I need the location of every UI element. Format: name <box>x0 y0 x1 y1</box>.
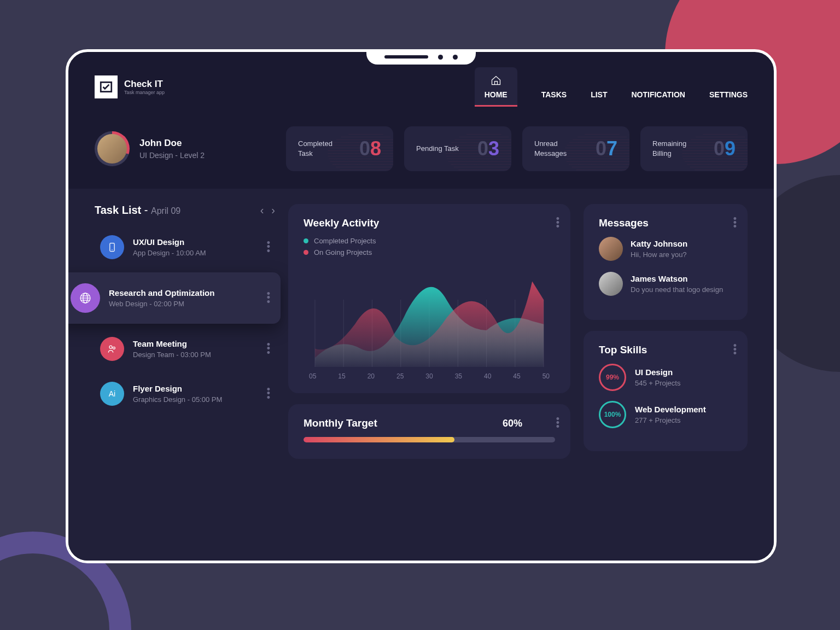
task-prev[interactable]: ‹ <box>260 204 264 217</box>
legend-item: On Going Projects <box>304 248 555 256</box>
message-text: Do you need that logo design <box>631 285 723 294</box>
profile-name: John Doe <box>139 138 205 149</box>
stat-card-2[interactable]: Unread Messages 07 <box>522 126 629 171</box>
message-name: Katty Johnson <box>631 239 687 248</box>
task-next[interactable]: › <box>271 204 275 217</box>
brand-tagline: Task manager app <box>124 90 165 95</box>
stat-label: Completed Task <box>298 139 342 159</box>
skill-item-0: 99% UI Design 545 + Projects <box>599 364 732 391</box>
axis-tick: 25 <box>396 372 404 380</box>
stat-label: Unread Messages <box>534 139 578 159</box>
axis-tick: 40 <box>484 372 491 380</box>
skill-item-1: 100% Web Development 277 + Projects <box>599 401 732 428</box>
axis-tick: 30 <box>425 372 433 380</box>
axis-tick: 05 <box>309 372 316 380</box>
skill-name: UI Design <box>635 368 680 377</box>
task-sub: Web Design - 02:00 PM <box>109 300 258 308</box>
skills-more-icon[interactable]: ••• <box>733 344 737 356</box>
weekly-more-icon[interactable]: ••• <box>556 217 559 229</box>
task-name: UX/UI Design <box>133 237 258 247</box>
globe-icon <box>71 283 100 313</box>
stat-card-3[interactable]: Remaining Billing 09 <box>640 126 748 171</box>
nav-tasks[interactable]: TASKS <box>541 90 567 107</box>
skill-ring: 99% <box>599 364 626 391</box>
task-name: Flyer Design <box>133 384 258 393</box>
skill-name: Web Development <box>635 405 706 414</box>
target-more-icon[interactable]: ••• <box>556 417 559 429</box>
chart-x-axis: 051520253035404550 <box>304 372 555 380</box>
task-more-icon[interactable]: ••• <box>267 241 270 253</box>
phone-icon <box>100 235 124 259</box>
target-progress <box>304 437 555 442</box>
nav-settings[interactable]: SETTINGS <box>709 90 748 107</box>
stat-card-1[interactable]: Pending Task 03 <box>404 126 511 171</box>
messages-more-icon[interactable]: ••• <box>733 217 737 229</box>
weekly-chart <box>304 263 555 367</box>
stat-label: Remaining Billing <box>652 139 696 159</box>
stat-label: Pending Task <box>416 144 459 154</box>
logo-check-icon <box>95 75 118 98</box>
avatar-progress-ring <box>95 131 130 166</box>
axis-tick: 50 <box>542 372 550 380</box>
profile-row: John Doe UI Design - Level 2 Completed T… <box>68 116 774 189</box>
task-item-3[interactable]: Ai Flyer Design Graphics Design - 05:00 … <box>95 374 275 413</box>
target-percent: 60% <box>503 418 522 429</box>
axis-tick: 45 <box>513 372 520 380</box>
task-list-title: Task List - April 09 <box>95 204 180 217</box>
nav-home[interactable]: HOME <box>475 67 517 107</box>
main-content: Task List - April 09 ‹ › UX/UI Design Ap… <box>68 189 774 563</box>
skill-sub: 277 + Projects <box>635 416 706 424</box>
avatar <box>97 134 127 164</box>
home-icon <box>491 75 501 86</box>
avatar <box>599 237 623 261</box>
team-icon <box>100 337 124 361</box>
skills-title: Top Skills <box>599 344 732 356</box>
logo[interactable]: Check IT Task manager app <box>95 75 165 98</box>
axis-tick: 15 <box>338 372 345 380</box>
nav-notification[interactable]: NOTIFICATION <box>631 90 685 107</box>
axis-tick: 20 <box>368 372 375 380</box>
messages-card: ••• Messages Katty Johnson Hii, How are … <box>584 204 748 320</box>
message-item-1[interactable]: James Watson Do you need that logo desig… <box>599 272 732 296</box>
task-item-1[interactable]: Research and Optimization Web Design - 0… <box>66 272 281 324</box>
svg-point-1 <box>112 249 113 250</box>
weekly-activity-card: ••• Weekly Activity Completed ProjectsOn… <box>288 204 570 393</box>
ai-icon: Ai <box>100 382 124 406</box>
message-item-0[interactable]: Katty Johnson Hii, How are you? <box>599 237 732 261</box>
svg-point-8 <box>113 347 115 349</box>
axis-tick: 35 <box>455 372 462 380</box>
task-item-2[interactable]: Team Meeting Design Team - 03:00 PM ••• <box>95 329 275 369</box>
task-sub: Graphics Design - 05:00 PM <box>133 395 258 404</box>
legend-item: Completed Projects <box>304 237 555 245</box>
skills-card: ••• Top Skills 99% UI Design 545 + Proje… <box>584 331 748 451</box>
stat-card-0[interactable]: Completed Task 08 <box>286 126 393 171</box>
svg-point-7 <box>109 346 112 348</box>
task-item-0[interactable]: UX/UI Design App Design - 10:00 AM ••• <box>95 228 275 267</box>
device-frame: Check IT Task manager app HOME TASKS LIS… <box>66 49 777 563</box>
task-name: Research and Optimization <box>109 288 258 298</box>
task-more-icon[interactable]: ••• <box>267 343 270 355</box>
stat-cards: Completed Task 08 Pending Task 03 Unread… <box>286 126 748 171</box>
skill-ring: 100% <box>599 401 626 428</box>
top-nav: HOME TASKS LIST NOTIFICATION SETTINGS <box>475 67 748 107</box>
profile[interactable]: John Doe UI Design - Level 2 <box>95 131 275 166</box>
message-name: James Watson <box>631 274 723 283</box>
task-sub: Design Team - 03:00 PM <box>133 351 258 359</box>
profile-role: UI Design - Level 2 <box>139 151 205 160</box>
task-more-icon[interactable]: ••• <box>267 292 270 304</box>
monthly-target-card: ••• Monthly Target 60% <box>288 404 570 459</box>
task-list-panel: Task List - April 09 ‹ › UX/UI Design Ap… <box>95 204 275 544</box>
task-name: Team Meeting <box>133 339 258 348</box>
brand-name: Check IT <box>124 79 165 90</box>
task-sub: App Design - 10:00 AM <box>133 249 258 257</box>
target-title: Monthly Target <box>304 417 377 429</box>
message-text: Hii, How are you? <box>631 250 687 259</box>
messages-title: Messages <box>599 217 732 229</box>
skill-sub: 545 + Projects <box>635 379 680 387</box>
nav-list[interactable]: LIST <box>591 90 607 107</box>
device-notch <box>366 49 476 65</box>
weekly-title: Weekly Activity <box>304 217 555 229</box>
avatar <box>599 272 623 296</box>
task-more-icon[interactable]: ••• <box>267 388 270 400</box>
